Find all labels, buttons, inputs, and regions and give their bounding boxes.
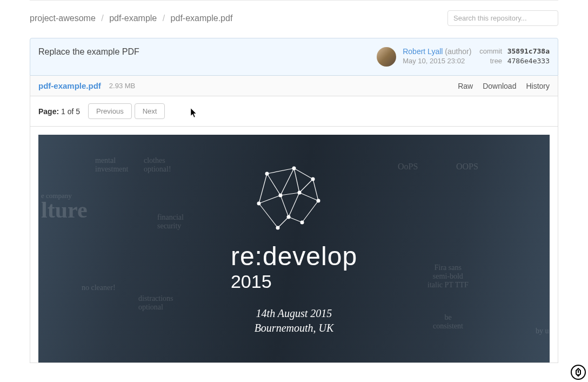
commit-hash-label: commit	[479, 47, 502, 55]
breadcrumb-separator: /	[163, 14, 165, 23]
file-header: pdf-example.pdf 2.93 MB Raw Download His…	[30, 76, 558, 96]
history-link[interactable]: History	[526, 82, 550, 90]
breadcrumb: project-awesome / pdf-example / pdf-exam…	[30, 14, 232, 23]
download-link[interactable]: Download	[483, 82, 516, 90]
next-button[interactable]: Next	[135, 103, 165, 119]
raw-link[interactable]: Raw	[458, 82, 473, 90]
pager-bar: Page: 1 of 5 Previous Next	[30, 96, 558, 127]
search-input[interactable]	[447, 10, 558, 26]
commit-box: Replace the example PDF Robert Lyall (au…	[30, 38, 558, 76]
tree-hash[interactable]: 4786e4e333	[507, 57, 550, 65]
breadcrumb-part[interactable]: pdf-example	[109, 14, 157, 23]
file-size: 2.93 MB	[109, 82, 135, 90]
pdf-preview-area: mental investment clothes optional! e co…	[30, 127, 558, 363]
previous-button[interactable]: Previous	[88, 103, 132, 119]
author-name-link[interactable]: Robert Lyall	[403, 47, 443, 56]
avatar[interactable]	[377, 47, 396, 67]
breadcrumb-part[interactable]: project-awesome	[30, 14, 96, 23]
author-role: (author)	[445, 47, 471, 56]
page-info: Page: 1 of 5	[38, 107, 80, 116]
breadcrumb-separator: /	[101, 14, 103, 23]
breadcrumb-part: pdf-example.pdf	[171, 14, 233, 23]
tree-hash-label: tree	[490, 57, 502, 65]
commit-date: May 10, 2015 23:02	[403, 57, 473, 65]
cursor-icon	[191, 108, 197, 118]
doodle-overlay: mental investment clothes optional! e co…	[38, 135, 550, 363]
pdf-page[interactable]: mental investment clothes optional! e co…	[38, 135, 550, 363]
commit-message: Replace the example PDF	[38, 47, 139, 57]
file-name[interactable]: pdf-example.pdf	[38, 81, 101, 90]
commit-hash[interactable]: 35891c738a	[507, 47, 550, 55]
